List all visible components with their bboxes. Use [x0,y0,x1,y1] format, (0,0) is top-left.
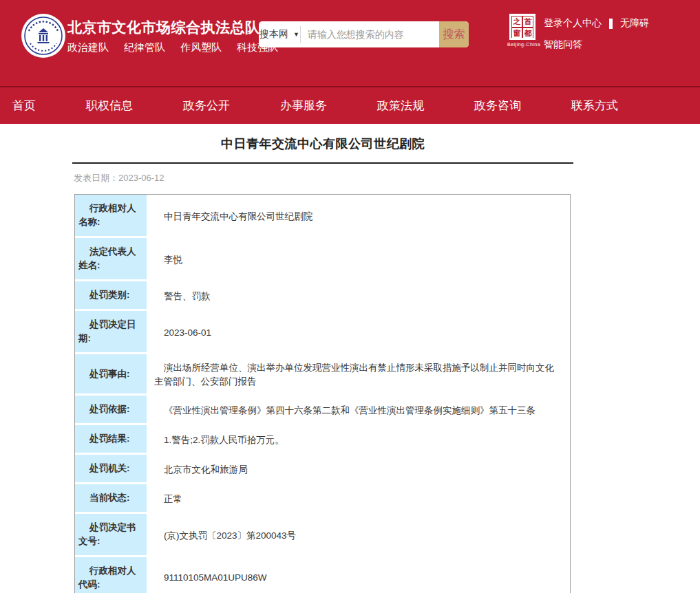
row-label: 处罚结果: [75,425,149,455]
capital-window-caption: Beijing-China [507,42,538,47]
search-button[interactable]: 搜索 [439,21,469,47]
site-slogans: 政治建队 纪律管队 作风塑队 科技强队 [67,41,278,54]
nav-item-consultation[interactable]: 政务咨询 [474,98,521,114]
seal-char: 都 [523,28,533,39]
row-label: 处罚依据: [75,396,149,425]
table-row: 处罚结果: 1.警告;2.罚款人民币拾万元。 [75,425,570,455]
site-title: 北京市文化市场综合执法总队 [67,19,278,36]
capital-window-logo[interactable]: 之 首 窗 都 Beijing-China [507,14,538,47]
seal-char: 首 [523,17,533,27]
table-row: 处罚事由: 演出场所经营单位、演出举办单位发现营业性演出有禁止情形未采取措施予以… [75,354,570,396]
page-title: 中日青年交流中心有限公司世纪剧院 [72,134,573,153]
publish-date-value: 2023-06-12 [118,173,165,183]
table-row: 处罚依据: 《营业性演出管理条例》第四十六条第二款和《营业性演出管理条例实施细则… [75,396,570,425]
row-label: 行政相对人名称: [75,195,149,238]
search-bar: 搜本网 ▼ 搜索 [259,21,469,47]
row-label: 处罚类别: [75,281,149,311]
capital-window-seal: 之 首 窗 都 [509,14,535,40]
row-label: 当前状态: [75,484,149,514]
row-value: (京)文执罚〔2023〕第200043号 [149,514,570,557]
table-row: 行政相对人名称: 中日青年交流中心有限公司世纪剧院 [75,195,570,238]
row-value: 《营业性演出管理条例》第四十六条第二款和《营业性演出管理条例实施细则》第五十三条 [149,396,570,425]
table-row: 处罚机关: 北京市文化和旅游局 [75,455,570,484]
nav-item-home[interactable]: 首页 [12,98,36,114]
accessibility-link[interactable]: 无障碍 [620,17,649,30]
row-value: 警告、罚款 [149,281,570,311]
nav-item-authority-info[interactable]: 职权信息 [86,98,133,114]
nav-item-services[interactable]: 办事服务 [280,98,327,114]
search-scope-dropdown[interactable]: 搜本网 ▼ [259,26,301,43]
row-value: 2023-06-01 [149,311,570,354]
row-value: 演出场所经营单位、演出举办单位发现营业性演出有禁止情形未采取措施予以制止并同时向… [149,354,570,396]
slogan-item: 作风塑队 [180,41,222,54]
slogan-item: 政治建队 [67,41,109,54]
row-label: 处罚决定日期: [75,311,149,354]
search-scope-label: 搜本网 [259,28,288,41]
publish-date-label: 发表日期： [74,173,118,183]
title-divider [72,162,573,164]
agency-emblem-logo[interactable] [21,13,66,58]
table-row: 当前状态: 正常 [75,484,570,514]
row-value: 正常 [149,484,570,514]
links-divider [609,19,613,29]
table-row: 处罚决定书文号: (京)文执罚〔2023〕第200043号 [75,514,570,557]
row-label: 处罚机关: [75,455,149,484]
row-label: 行政相对人代码: [75,557,149,593]
slogan-item: 纪律管队 [124,41,165,54]
brand-text: 北京市文化市场综合执法总队 政治建队 纪律管队 作风塑队 科技强队 [67,19,278,54]
row-value: 91110105MA01UPU86W [149,557,570,593]
search-input[interactable] [301,23,439,46]
row-label: 处罚事由: [75,354,149,396]
smart-qa-link[interactable]: 智能问答 [544,39,582,51]
site-header: 北京市文化市场综合执法总队 政治建队 纪律管队 作风塑队 科技强队 搜本网 ▼ … [0,0,700,87]
dropdown-arrow-icon: ▼ [293,31,299,38]
row-label: 法定代表人姓名: [75,238,149,281]
row-value: 1.警告;2.罚款人民币拾万元。 [149,425,570,455]
row-value: 北京市文化和旅游局 [149,455,570,484]
article-content: 中日青年交流中心有限公司世纪剧院 发表日期：2023-06-12 行政相对人名称… [72,124,573,593]
table-row: 行政相对人代码: 91110105MA01UPU86W [75,557,570,593]
quick-links: 登录个人中心 无障碍 智能问答 [544,17,649,51]
nav-item-contact[interactable]: 联系方式 [571,98,618,114]
row-value: 李悦 [149,238,570,281]
main-nav: 首页 职权信息 政务公开 办事服务 政策法规 政务咨询 联系方式 [0,87,700,124]
row-label: 处罚决定书文号: [75,514,149,557]
agency-emblem-icon [21,13,66,58]
table-row: 处罚决定日期: 2023-06-01 [75,311,570,354]
nav-item-policies[interactable]: 政策法规 [377,98,424,114]
table-row: 处罚类别: 警告、罚款 [75,281,570,311]
seal-char: 之 [512,17,522,27]
seal-char: 窗 [512,28,522,39]
table-row: 法定代表人姓名: 李悦 [75,238,570,281]
publish-date: 发表日期：2023-06-12 [74,172,573,184]
penalty-table: 行政相对人名称: 中日青年交流中心有限公司世纪剧院 法定代表人姓名: 李悦 处罚… [74,194,571,593]
nav-item-gov-disclosure[interactable]: 政务公开 [183,98,230,114]
row-value: 中日青年交流中心有限公司世纪剧院 [149,195,570,238]
login-personal-center-link[interactable]: 登录个人中心 [544,17,602,30]
